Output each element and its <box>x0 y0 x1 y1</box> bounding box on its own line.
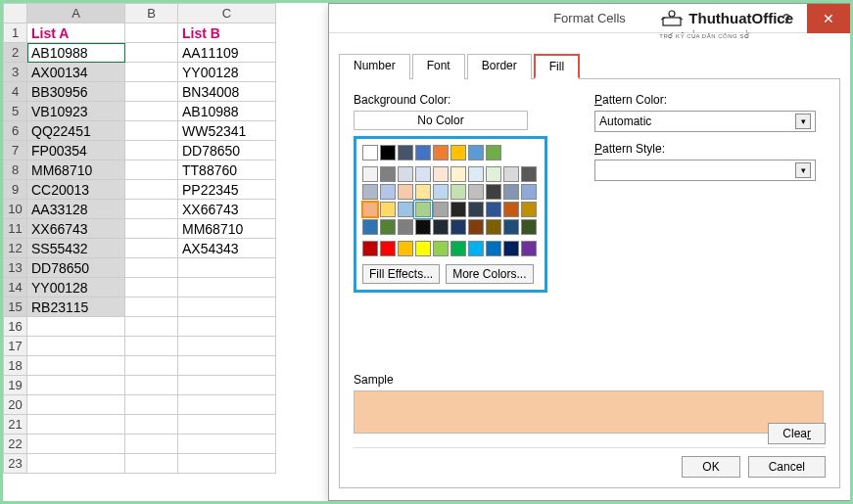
color-swatch[interactable] <box>433 145 449 160</box>
row-header[interactable]: 21 <box>4 415 27 435</box>
cell[interactable] <box>125 200 178 219</box>
color-swatch[interactable] <box>450 145 466 160</box>
cell[interactable]: AB10988 <box>178 102 276 121</box>
color-swatch[interactable] <box>380 184 396 200</box>
pattern-style-combo[interactable]: ▾ <box>594 160 816 181</box>
cell[interactable] <box>125 298 178 317</box>
color-swatch[interactable] <box>450 241 466 256</box>
color-swatch[interactable] <box>415 219 431 235</box>
cell[interactable] <box>125 160 178 180</box>
color-swatch[interactable] <box>398 166 413 182</box>
row-header[interactable]: 12 <box>4 239 27 258</box>
color-swatch[interactable] <box>503 184 519 200</box>
pattern-color-combo[interactable]: Automatic ▾ <box>594 111 816 132</box>
cell[interactable]: WW52341 <box>178 121 276 141</box>
cell[interactable] <box>178 258 276 278</box>
color-swatch[interactable] <box>415 202 431 217</box>
cell[interactable]: SS55432 <box>27 239 125 258</box>
color-swatch[interactable] <box>362 166 378 182</box>
row-header[interactable]: 6 <box>4 121 27 141</box>
color-swatch[interactable] <box>486 184 501 200</box>
select-all-corner[interactable] <box>4 4 27 23</box>
cell[interactable] <box>178 337 276 356</box>
cell[interactable]: FP00354 <box>27 141 125 160</box>
cell[interactable]: BB30956 <box>27 82 125 102</box>
color-swatch[interactable] <box>362 219 378 235</box>
cell[interactable]: List A <box>27 23 125 43</box>
color-swatch[interactable] <box>468 184 484 200</box>
cell[interactable] <box>125 23 178 43</box>
color-swatch[interactable] <box>503 219 519 235</box>
cell[interactable] <box>178 298 276 317</box>
cell[interactable]: TT88760 <box>178 160 276 180</box>
color-swatch[interactable] <box>521 219 537 235</box>
cell[interactable]: DD78650 <box>178 141 276 160</box>
ok-button[interactable]: OK <box>682 456 739 478</box>
cell[interactable]: AA11109 <box>178 43 276 63</box>
color-swatch[interactable] <box>503 241 519 256</box>
color-swatch[interactable] <box>362 184 378 200</box>
row-header[interactable]: 2 <box>4 43 27 63</box>
cell[interactable]: AX54343 <box>178 239 276 258</box>
color-swatch[interactable] <box>486 166 501 182</box>
cell[interactable] <box>125 121 178 141</box>
cell[interactable] <box>178 317 276 337</box>
color-swatch[interactable] <box>468 145 484 160</box>
color-swatch[interactable] <box>415 166 431 182</box>
color-swatch[interactable] <box>398 219 413 235</box>
color-swatch[interactable] <box>521 184 537 200</box>
color-swatch[interactable] <box>380 166 396 182</box>
cell[interactable] <box>27 317 125 337</box>
row-header[interactable]: 11 <box>4 219 27 239</box>
no-color-button[interactable]: No Color <box>354 111 528 130</box>
cell[interactable] <box>125 180 178 200</box>
color-swatch[interactable] <box>380 219 396 235</box>
row-header[interactable]: 15 <box>4 298 27 317</box>
cell[interactable]: YY00128 <box>27 278 125 298</box>
color-swatch[interactable] <box>380 241 396 256</box>
cell[interactable]: PP22345 <box>178 180 276 200</box>
color-swatch[interactable] <box>415 145 431 160</box>
row-header[interactable]: 1 <box>4 23 27 43</box>
cell[interactable] <box>27 435 125 454</box>
row-header[interactable]: 14 <box>4 278 27 298</box>
row-header[interactable]: 23 <box>4 454 27 474</box>
row-header[interactable]: 13 <box>4 258 27 278</box>
cell[interactable] <box>125 415 178 435</box>
cell[interactable]: AX00134 <box>27 63 125 82</box>
color-swatch[interactable] <box>433 166 449 182</box>
color-swatch[interactable] <box>486 241 501 256</box>
color-swatch[interactable] <box>486 145 501 160</box>
cell[interactable] <box>125 141 178 160</box>
color-swatch[interactable] <box>415 184 431 200</box>
row-header[interactable]: 18 <box>4 356 27 376</box>
color-swatch[interactable] <box>503 166 519 182</box>
color-swatch[interactable] <box>468 241 484 256</box>
tab-border[interactable]: Border <box>467 54 532 79</box>
clear-button[interactable]: Clear <box>768 423 826 444</box>
cell[interactable] <box>125 43 178 63</box>
cell[interactable]: List B <box>178 23 276 43</box>
cell[interactable] <box>125 395 178 415</box>
more-colors-button[interactable]: More Colors... <box>446 264 533 284</box>
cell[interactable] <box>125 258 178 278</box>
cell[interactable] <box>125 239 178 258</box>
color-swatch[interactable] <box>433 219 449 235</box>
tab-fill[interactable]: Fill <box>534 54 580 79</box>
cell[interactable] <box>125 337 178 356</box>
cell[interactable]: VB10923 <box>27 102 125 121</box>
row-header[interactable]: 16 <box>4 317 27 337</box>
color-swatch[interactable] <box>503 202 519 217</box>
cell[interactable]: AB10988 <box>27 43 125 63</box>
color-swatch[interactable] <box>521 241 537 256</box>
close-button[interactable]: ✕ <box>807 4 850 33</box>
color-swatch[interactable] <box>450 184 466 200</box>
cell[interactable] <box>125 356 178 376</box>
cell[interactable] <box>178 435 276 454</box>
color-swatch[interactable] <box>362 145 378 160</box>
color-swatch[interactable] <box>398 202 413 217</box>
color-swatch[interactable] <box>450 202 466 217</box>
row-header[interactable]: 20 <box>4 395 27 415</box>
row-header[interactable]: 22 <box>4 435 27 454</box>
cancel-button[interactable]: Cancel <box>748 456 826 478</box>
